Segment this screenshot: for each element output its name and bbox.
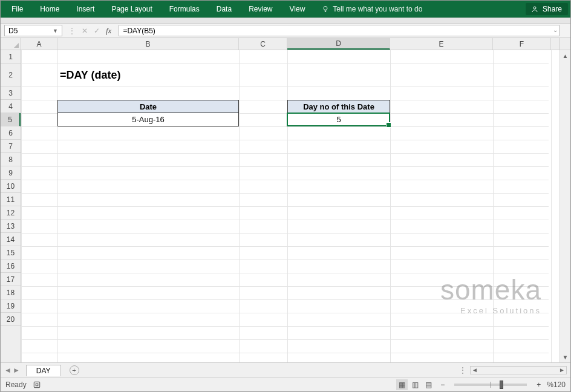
sheet-tab-row: ◄ ► DAY + ⋮ ◄ ► [1,362,570,377]
view-normal-icon[interactable]: ▦ [396,379,408,390]
macro-record-icon[interactable] [33,381,41,389]
svg-point-1 [533,7,536,9]
formula-bar-row: D5 ▼ ⋮ ✕ ✓ fx =DAY(B5) ⌄ [1,24,570,38]
formula-input[interactable]: =DAY(B5) ⌄ [119,25,560,36]
accept-formula-icon[interactable]: ✓ [94,27,100,35]
row-header-17[interactable]: 17 [1,273,21,286]
row-header-8[interactable]: 8 [1,153,21,166]
row-header-5[interactable]: 5 [1,113,21,126]
column-header-E[interactable]: E [390,38,493,50]
zoom-level[interactable]: %120 [547,381,566,389]
fx-icon[interactable]: fx [106,26,114,36]
expand-formula-bar-icon[interactable]: ⌄ [553,27,558,33]
watermark-brand: someka [440,273,541,306]
scroll-down-icon[interactable]: ▼ [560,351,570,362]
scroll-up-icon[interactable]: ▲ [560,50,570,61]
plus-icon: + [72,367,76,374]
chevron-down-icon[interactable]: ▼ [53,28,58,34]
row-header-15[interactable]: 15 [1,246,21,260]
watermark-sub: Excel Solutions [440,306,541,315]
row-header-11[interactable]: 11 [1,193,21,206]
sheet-nav-next-icon[interactable]: ► [13,366,20,374]
name-box-value: D5 [8,27,18,35]
select-all-corner[interactable] [1,38,21,50]
watermark: someka Excel Solutions [440,273,541,315]
column-header-A[interactable]: A [21,38,57,50]
vscroll-track[interactable] [560,61,570,351]
view-page-layout-icon[interactable]: ▥ [409,379,421,390]
cells-canvas[interactable]: =DAY (date) Date 5-Aug-16 Day no of this… [21,50,560,362]
row-headers: 1234567891011121314151617181920 [1,50,21,362]
ribbon-tab-formulas[interactable]: Formulas [161,1,208,18]
status-ready: Ready [5,381,27,389]
share-button[interactable]: Share [526,3,568,15]
zoom-in-button[interactable]: + [537,381,541,389]
ribbon-tabs: File Home Insert Page Layout Formulas Da… [1,1,570,18]
cancel-formula-icon[interactable]: ✕ [82,27,88,35]
formula-label-cell: =DAY (date) [57,64,239,87]
formula-bar-buttons: ⋮ ✕ ✓ fx [64,24,119,38]
row-header-1[interactable]: 1 [1,50,21,64]
ribbon-tab-data[interactable]: Data [208,1,240,18]
ribbon-tab-view[interactable]: View [281,1,314,18]
formula-input-value: =DAY(B5) [123,27,155,35]
view-buttons: ▦ ▥ ▤ [396,381,435,389]
ribbon-tab-file[interactable]: File [3,1,31,18]
sheet-tab-active[interactable]: DAY [26,365,61,376]
row-header-18[interactable]: 18 [1,286,21,299]
name-box[interactable]: D5 ▼ [4,25,62,36]
formula-options-icon[interactable]: ⋮ [68,27,76,35]
scroll-left-icon[interactable]: ◄ [471,367,479,373]
svg-point-0 [324,7,327,10]
date-header-cell: Date [57,100,239,113]
dayno-header-cell: Day no of this Date [287,100,390,113]
dayno-value-cell[interactable]: 5 [287,113,390,126]
scroll-right-icon[interactable]: ► [558,367,566,373]
zoom-slider-midtick [491,382,491,388]
tell-me-search[interactable]: Tell me what you want to do [313,1,431,18]
status-bar: Ready ▦ ▥ ▤ − + %120 [1,377,570,391]
tell-me-label: Tell me what you want to do [333,5,422,13]
svg-rect-3 [36,384,38,386]
lightbulb-icon [322,5,329,13]
zoom-out-button[interactable]: − [440,381,445,389]
view-page-break-icon[interactable]: ▤ [423,379,434,390]
ribbon-tab-home[interactable]: Home [31,1,68,18]
sheet-nav[interactable]: ◄ ► [1,366,24,374]
row-header-19[interactable]: 19 [1,299,21,313]
horizontal-scrollbar[interactable]: ◄ ► [470,366,567,374]
vertical-scrollbar[interactable]: ▲ ▼ [560,50,570,362]
column-header-F[interactable]: F [493,38,551,50]
date-value-cell[interactable]: 5-Aug-16 [57,113,239,126]
row-header-12[interactable]: 12 [1,206,21,220]
row-header-6[interactable]: 6 [1,126,21,140]
zoom-slider-handle[interactable] [500,381,503,389]
row-header-3[interactable]: 3 [1,87,21,100]
sheet-nav-prev-icon[interactable]: ◄ [4,366,11,374]
column-headers: ABCDEF [1,38,570,50]
row-header-13[interactable]: 13 [1,220,21,233]
ribbon-tab-insert[interactable]: Insert [68,1,103,18]
row-header-14[interactable]: 14 [1,233,21,246]
column-header-D[interactable]: D [287,38,390,50]
row-header-4[interactable]: 4 [1,100,21,113]
svg-rect-2 [34,382,39,387]
row-header-2[interactable]: 2 [1,64,21,87]
ribbon-tab-review[interactable]: Review [240,1,281,18]
column-header-C[interactable]: C [239,38,287,50]
row-header-9[interactable]: 9 [1,166,21,180]
zoom-slider[interactable] [454,384,527,386]
row-header-16[interactable]: 16 [1,260,21,273]
ribbon-tab-page-layout[interactable]: Page Layout [103,1,160,18]
share-label: Share [543,5,562,13]
row-header-20[interactable]: 20 [1,313,21,326]
hscroll-split-icon[interactable]: ⋮ [455,366,470,374]
row-header-10[interactable]: 10 [1,180,21,193]
column-header-B[interactable]: B [57,38,239,50]
ribbon-separator [1,18,570,24]
row-header-7[interactable]: 7 [1,140,21,153]
add-sheet-button[interactable]: + [70,365,79,375]
person-share-icon [532,5,539,13]
